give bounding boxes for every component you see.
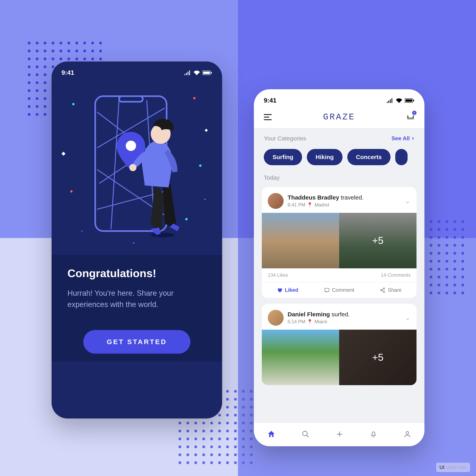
user-icon	[403, 430, 411, 438]
svg-point-4	[193, 97, 196, 99]
inbox-button[interactable]: 2	[407, 113, 414, 121]
categories-label: Your Categories	[264, 135, 306, 142]
more-images-overlay: +5	[339, 330, 416, 385]
see-all-button[interactable]: See All	[391, 135, 414, 142]
category-chip[interactable]: Surfing	[264, 149, 302, 165]
more-images-overlay: +5	[339, 213, 416, 268]
feed-screen: 9:41 GRAZE 2 Your Categories See All Sur…	[254, 89, 425, 446]
status-bar: 9:41	[254, 89, 425, 108]
svg-point-19	[129, 164, 136, 171]
tab-add[interactable]	[336, 430, 343, 439]
svg-point-17	[126, 141, 136, 151]
tab-search[interactable]	[302, 430, 310, 439]
onboarding-title: Congratulations!	[68, 267, 206, 280]
svg-point-25	[383, 288, 385, 289]
comments-count: 14 Comments	[381, 272, 410, 278]
post-image[interactable]	[262, 330, 339, 385]
chevron-right-icon	[411, 137, 414, 140]
chevron-down-icon[interactable]: ⌄	[405, 197, 410, 205]
onboarding-content: Congratulations! Hurrah! You're here. Sh…	[51, 255, 222, 362]
status-time: 9:41	[264, 97, 276, 104]
status-icons	[184, 70, 212, 75]
category-chip[interactable]: Concerts	[347, 149, 391, 165]
svg-rect-2	[211, 72, 212, 74]
svg-point-18	[151, 233, 174, 238]
category-chip[interactable]	[395, 149, 408, 165]
likes-count: 134 Likes	[268, 272, 288, 278]
post-image[interactable]	[262, 213, 339, 268]
avatar[interactable]	[268, 310, 284, 326]
post-images[interactable]: +5	[262, 213, 416, 268]
svg-point-28	[303, 431, 307, 436]
post-stats: 134 Likes 14 Comments	[262, 268, 416, 282]
like-button[interactable]: Liked	[262, 282, 313, 298]
inbox-badge: 2	[412, 111, 416, 115]
tab-notifications[interactable]	[370, 430, 377, 439]
menu-icon[interactable]	[264, 114, 272, 120]
status-icons	[386, 98, 414, 103]
comment-button[interactable]: Comment	[313, 282, 365, 298]
svg-line-14	[111, 100, 119, 229]
post-meta: 8:41 PM 📍 Madrid	[288, 202, 401, 208]
onboarding-screen: 9:41	[51, 62, 222, 419]
post-image[interactable]: +5	[339, 213, 416, 268]
svg-rect-9	[119, 96, 143, 102]
svg-rect-24	[325, 288, 329, 291]
post-images[interactable]: +5	[262, 330, 416, 385]
home-icon	[267, 430, 276, 439]
category-chips: Surfing Hiking Concerts	[254, 149, 425, 172]
tab-bar	[254, 423, 425, 446]
heart-icon	[277, 287, 282, 293]
app-header: GRAZE 2	[254, 108, 425, 128]
onboarding-illustration	[51, 80, 222, 255]
svg-rect-1	[203, 72, 210, 74]
svg-point-5	[199, 164, 202, 167]
avatar[interactable]	[268, 193, 284, 209]
category-chip[interactable]: Hiking	[307, 149, 342, 165]
tab-home[interactable]	[267, 430, 276, 439]
pin-icon: 📍	[307, 319, 313, 324]
post-card: Thaddeus Bradley traveled. 8:41 PM 📍 Mad…	[262, 187, 416, 298]
svg-point-27	[383, 291, 385, 292]
share-button[interactable]: Share	[365, 282, 416, 298]
watermark: UIuiii8.com	[436, 463, 470, 472]
svg-point-3	[72, 103, 75, 105]
post-meta: 5:14 PM 📍 Miami	[288, 319, 401, 324]
svg-point-7	[185, 218, 188, 220]
onboarding-subtitle: Hurrah! You're here. Share your experien…	[68, 288, 206, 310]
status-bar: 9:41	[51, 62, 222, 80]
post-headline: Thaddeus Bradley traveled.	[288, 194, 401, 201]
comment-icon	[324, 287, 330, 293]
today-label: Today	[254, 172, 425, 187]
svg-point-26	[381, 289, 382, 291]
post-image[interactable]: +5	[339, 330, 416, 385]
app-logo: GRAZE	[323, 112, 355, 122]
search-icon	[302, 430, 310, 438]
svg-point-6	[70, 190, 73, 193]
status-time: 9:41	[62, 69, 74, 76]
svg-rect-23	[413, 100, 414, 101]
svg-rect-22	[405, 99, 412, 102]
plus-icon	[336, 430, 343, 438]
bell-icon	[370, 430, 377, 438]
post-card: Daniel Fleming surfed. 5:14 PM 📍 Miami ⌄…	[262, 304, 416, 385]
pin-icon: 📍	[307, 202, 313, 208]
svg-point-29	[406, 432, 409, 434]
share-icon	[380, 287, 385, 293]
post-headline: Daniel Fleming surfed.	[288, 311, 401, 318]
get-started-button[interactable]: GET STARTED	[83, 330, 190, 354]
tab-profile[interactable]	[403, 430, 411, 439]
chevron-down-icon[interactable]: ⌄	[405, 314, 410, 322]
feed-body: Your Categories See All Surfing Hiking C…	[254, 128, 425, 425]
